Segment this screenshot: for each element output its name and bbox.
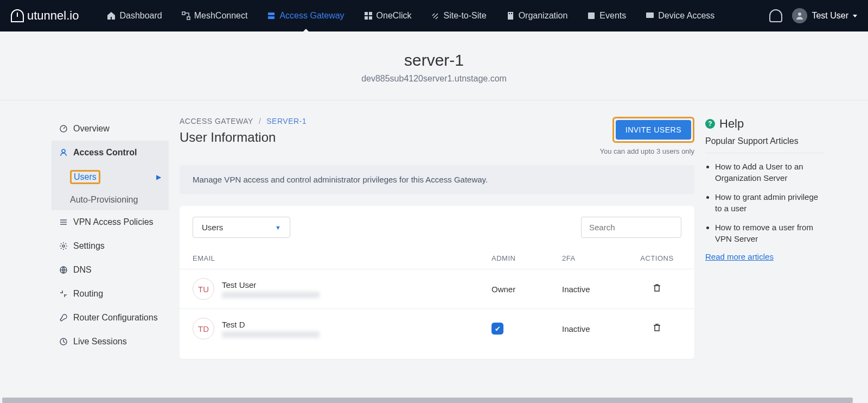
svg-rect-7 — [369, 16, 372, 20]
table-row: TD Test D ✔ Inactive — [180, 309, 694, 348]
sidebar-settings[interactable]: Settings — [52, 234, 169, 258]
svg-rect-6 — [365, 16, 368, 20]
sidebar-dns[interactable]: DNS — [52, 258, 169, 282]
list-icon — [587, 11, 596, 20]
link-icon — [431, 11, 439, 20]
help-subtitle: Popular Support Articles — [705, 136, 825, 153]
help-article-link[interactable]: How to remove a user from VPN Server — [715, 222, 825, 244]
help-article-link[interactable]: How to grant admin privilege to a user — [715, 191, 825, 214]
svg-rect-8 — [508, 12, 513, 20]
support-icon[interactable] — [769, 9, 782, 22]
svg-rect-10 — [511, 13, 512, 14]
nav-oneclick[interactable]: OneClick — [356, 0, 419, 32]
breadcrumb-root[interactable]: ACCESS GATEWAY — [180, 117, 253, 125]
svg-rect-3 — [268, 16, 275, 19]
server-icon — [267, 11, 276, 20]
svg-point-15 — [62, 149, 65, 153]
user-menu[interactable]: Test User — [792, 8, 857, 23]
chevron-right-icon: ▶ — [156, 173, 161, 181]
mesh-icon — [182, 11, 190, 20]
nav-right: Test User — [769, 8, 857, 23]
info-banner: Manage VPN access and control administra… — [180, 165, 694, 194]
user-name: Test User — [222, 280, 320, 289]
lock-icon — [11, 9, 24, 22]
sidebar-access-control[interactable]: Access Control — [52, 141, 169, 165]
admin-cell: ✔ — [492, 323, 562, 335]
nav-dashboard[interactable]: Dashboard — [99, 0, 169, 32]
invite-users-button[interactable]: INVITE USERS — [616, 120, 691, 140]
svg-rect-2 — [268, 12, 275, 15]
globe-icon — [59, 266, 68, 274]
nav-organization[interactable]: Organization — [499, 0, 576, 32]
help-title: ? Help — [705, 117, 825, 131]
user-email-redacted — [222, 292, 320, 298]
gear-icon — [59, 242, 68, 250]
routing-icon — [59, 289, 68, 298]
user-limit-text: You can add upto 3 users only — [600, 147, 694, 155]
svg-rect-11 — [588, 12, 595, 19]
table-header: EMAIL ADMIN 2FA ACTIONS — [180, 248, 694, 269]
caret-down-icon: ▼ — [275, 224, 281, 231]
twofa-cell: Inactive — [562, 324, 633, 333]
delete-user-button[interactable] — [652, 283, 662, 293]
clock-icon — [59, 337, 68, 346]
server-name: server-1 — [0, 51, 868, 70]
nav-meshconnect[interactable]: MeshConnect — [174, 0, 256, 32]
nav-site-to-site[interactable]: Site-to-Site — [423, 0, 494, 32]
help-panel: ? Help Popular Support Articles How to A… — [705, 117, 825, 359]
sidebar-router-configs[interactable]: Router Configurations — [52, 306, 169, 330]
help-article-link[interactable]: How to Add a User to an Organization Ser… — [715, 161, 825, 184]
top-nav: utunnel.io Dashboard MeshConnect Access … — [0, 0, 868, 32]
question-icon: ? — [705, 119, 715, 129]
sidebar-routing[interactable]: Routing — [52, 282, 169, 306]
sidebar-auto-provisioning[interactable]: Auto-Provisioning — [52, 190, 169, 210]
sidebar-users[interactable]: Users ▶ — [52, 165, 169, 190]
server-header: server-1 dev885sub4120server1.utnstage.c… — [0, 32, 868, 100]
user-name: Test D — [222, 320, 320, 329]
filter-dropdown[interactable]: Users ▼ — [193, 217, 290, 238]
user-email-redacted — [222, 331, 320, 338]
user-icon — [59, 148, 68, 157]
breadcrumb: ACCESS GATEWAY / SERVER-1 — [180, 117, 307, 125]
building-icon — [506, 11, 515, 20]
nav-device-access[interactable]: Device Access — [638, 0, 722, 32]
user-initials-badge: TD — [193, 318, 214, 339]
breadcrumb-current: SERVER-1 — [266, 117, 307, 125]
nav-access-gateway[interactable]: Access Gateway — [259, 0, 352, 32]
policy-icon — [59, 218, 68, 226]
svg-rect-9 — [509, 13, 510, 14]
svg-rect-0 — [182, 12, 185, 15]
monitor-icon — [646, 11, 654, 20]
svg-rect-1 — [187, 17, 190, 20]
horizontal-scrollbar[interactable] — [2, 398, 853, 403]
admin-cell: Owner — [492, 285, 562, 294]
users-card: Users ▼ EMAIL ADMIN 2FA ACTIONS TU — [180, 206, 694, 359]
user-initials-badge: TU — [193, 278, 214, 300]
sidebar-live-sessions[interactable]: Live Sessions — [52, 330, 169, 354]
page-title: User Information — [180, 130, 307, 145]
avatar-icon — [792, 8, 807, 23]
nav-events[interactable]: Events — [579, 0, 634, 32]
home-icon — [107, 11, 116, 20]
sidebar-overview[interactable]: Overview — [52, 117, 169, 141]
svg-rect-4 — [365, 12, 368, 15]
wrench-icon — [59, 313, 68, 322]
sidebar: Overview Access Control Users ▶ Auto-Pro… — [52, 117, 169, 359]
search-input[interactable] — [581, 217, 681, 238]
svg-rect-12 — [646, 12, 654, 18]
svg-rect-5 — [369, 12, 372, 15]
admin-checkbox[interactable]: ✔ — [492, 323, 503, 335]
gauge-icon — [59, 124, 68, 133]
read-more-link[interactable]: Read more articles — [705, 252, 774, 261]
grid-icon — [364, 11, 373, 20]
svg-point-16 — [62, 245, 65, 247]
svg-point-13 — [798, 12, 801, 16]
caret-down-icon — [853, 15, 857, 17]
table-row: TU Test User Owner Inactive — [180, 269, 694, 309]
delete-user-button[interactable] — [652, 323, 662, 332]
main-content: ACCESS GATEWAY / SERVER-1 User Informati… — [180, 117, 694, 359]
server-host: dev885sub4120server1.utnstage.com — [0, 74, 868, 84]
twofa-cell: Inactive — [562, 285, 633, 294]
brand-logo[interactable]: utunnel.io — [11, 9, 79, 23]
sidebar-vpn-policies[interactable]: VPN Access Policies — [52, 210, 169, 234]
